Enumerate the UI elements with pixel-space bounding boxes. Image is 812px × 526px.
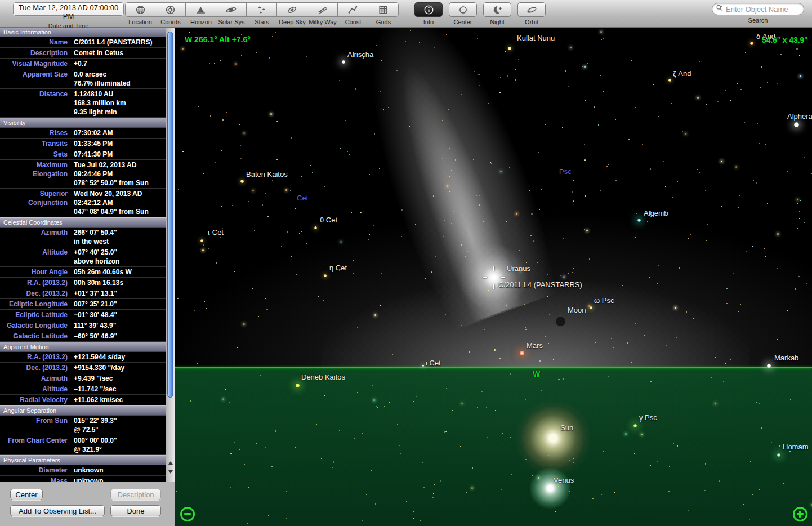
toolbar-button-solar-sys[interactable] [216, 2, 247, 17]
background-star [380, 91, 381, 92]
background-star [631, 60, 632, 61]
background-star [222, 398, 224, 400]
search-input[interactable] [726, 5, 800, 14]
background-star [753, 180, 754, 181]
toolbar-button-location[interactable] [125, 2, 155, 17]
toolbar-label-const: Const [345, 19, 362, 25]
background-star [635, 323, 636, 324]
toolbar-button-deep-sky[interactable] [277, 2, 307, 17]
background-star [766, 197, 767, 198]
background-star [443, 236, 444, 237]
add-to-observing-list-button[interactable]: Add To Observing List... [10, 505, 105, 516]
ground-plane [175, 368, 812, 526]
background-star [397, 407, 398, 408]
toolbar-button-stars[interactable] [247, 2, 277, 17]
baten-kaitos[interactable] [240, 180, 244, 183]
background-star [759, 403, 760, 404]
toolbar-button-info[interactable] [414, 2, 443, 17]
zeta-and[interactable] [668, 79, 671, 82]
background-star [573, 200, 574, 202]
background-star [386, 502, 387, 503]
scrollbar-thumb[interactable] [167, 32, 173, 398]
toolbar-button-milky-way[interactable] [307, 2, 338, 17]
background-star [178, 189, 179, 190]
background-star [230, 453, 231, 454]
background-star [466, 492, 467, 493]
background-star [270, 113, 272, 115]
moon[interactable] [555, 316, 566, 327]
description-button[interactable]: Description [110, 489, 161, 500]
background-star [214, 63, 215, 64]
background-star [541, 189, 542, 190]
background-star [299, 233, 300, 234]
background-star [518, 59, 519, 60]
sidebar-scrollbar[interactable] [166, 27, 175, 482]
background-star [498, 219, 499, 220]
toolbar-button-night[interactable] [483, 2, 511, 17]
venus[interactable] [530, 468, 570, 509]
done-button[interactable]: Done [110, 505, 161, 516]
scroll-down-arrow[interactable] [167, 469, 174, 475]
sky-chart[interactable]: AlrischaKullat Nunuδ Andζ AndAlpheratzBa… [175, 27, 812, 526]
background-star [525, 327, 526, 328]
algenib[interactable] [637, 219, 641, 222]
row-value: Tue Jul 02, 2013 AD09:24:46 PM078° 52' 5… [70, 160, 166, 188]
toolbar-button-coords[interactable] [155, 2, 186, 17]
background-star [461, 325, 462, 326]
row-value: +9.439 "/sec [70, 373, 166, 384]
search-box[interactable] [712, 3, 804, 15]
toolbar-button-center[interactable] [449, 2, 477, 17]
row-value: 0.0 arcsec76.7% illuminated [70, 69, 166, 88]
row-value: 015° 22' 39.3"@ 72.5° [70, 416, 166, 435]
sun[interactable] [516, 402, 590, 475]
markab[interactable] [767, 364, 771, 368]
venus-label: Venus [554, 476, 574, 484]
omega-psc[interactable] [590, 306, 592, 309]
background-star [392, 354, 394, 355]
background-star [573, 268, 574, 269]
background-star [267, 216, 269, 217]
toolbar-cell-grids: Grids [368, 2, 399, 25]
background-star [647, 221, 648, 222]
alpheratz[interactable] [794, 122, 799, 127]
background-star [411, 194, 412, 195]
toolbar-cell-orbit: Orbit [517, 2, 546, 25]
background-star [376, 406, 377, 407]
background-star [385, 148, 386, 149]
zoom-in-button[interactable] [793, 507, 807, 521]
scroll-up-arrow[interactable] [167, 460, 174, 466]
info-row-hour-angle: Hour Angle05h 26m 40.60s W [0, 267, 166, 278]
background-star [409, 126, 411, 127]
background-star [351, 212, 353, 213]
iota-cet[interactable] [422, 365, 424, 367]
toolbar-label-horizon: Horizon [190, 19, 212, 25]
background-star [281, 246, 282, 247]
background-star [706, 52, 707, 54]
datetime-button[interactable]: Tue Mar 12, 2013 AD 07:00:00 PM [13, 2, 124, 16]
tau-cet[interactable] [200, 239, 203, 242]
center-button[interactable]: Center [10, 489, 43, 500]
kullat-nunu[interactable] [508, 47, 511, 50]
background-star [635, 107, 636, 108]
background-star [182, 151, 184, 153]
background-star [735, 166, 737, 168]
delta-and[interactable] [750, 42, 753, 45]
background-star [675, 307, 676, 309]
alrischa[interactable] [342, 60, 345, 64]
theta-cet[interactable] [314, 226, 317, 229]
toolbar-button-const[interactable] [338, 2, 368, 17]
eta-cet[interactable] [324, 274, 327, 277]
toolbar-button-horizon[interactable] [186, 2, 216, 17]
homam[interactable] [777, 453, 780, 457]
mars[interactable] [520, 351, 524, 355]
toolbar-button-orbit[interactable] [517, 2, 546, 17]
const-icon [347, 5, 358, 15]
row-label: Name [0, 37, 70, 47]
deneb-kaitos[interactable] [296, 384, 300, 387]
zoom-out-button[interactable] [180, 507, 195, 521]
row-value: Wed Nov 20, 2013 AD02:42:12 AM047° 08' 0… [70, 189, 166, 217]
gamma-psc[interactable] [633, 424, 637, 427]
background-star [699, 61, 701, 63]
toolbar-button-grids[interactable] [368, 2, 399, 17]
background-star [622, 285, 623, 286]
